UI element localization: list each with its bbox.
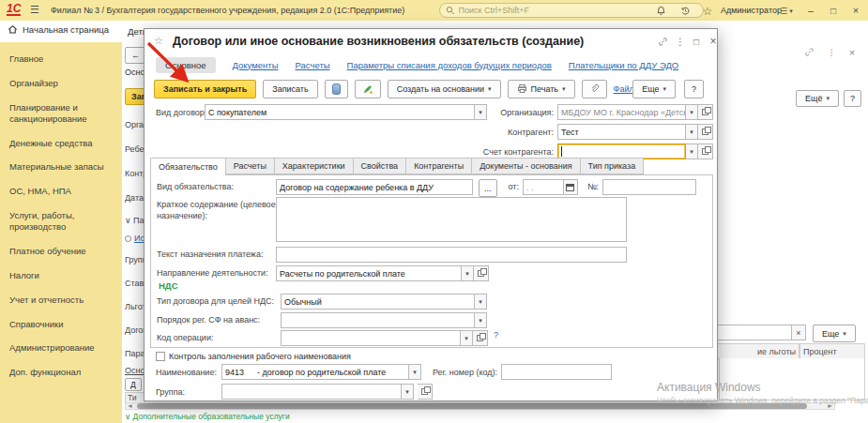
open-button[interactable] [473,330,488,346]
horizontal-scrollbar[interactable]: ◄ ► [125,402,835,410]
sidebar-item-denezhnye[interactable]: Денежные средства [0,131,122,156]
sidebar-item-nalogi[interactable]: Налоги [0,264,122,288]
sidebar-item-platnoe[interactable]: Платное обучение [0,239,122,264]
1c-logo[interactable]: 1С [7,3,21,16]
dropdown-button[interactable]: ▾ [475,312,487,328]
nav-tab-dokumenty[interactable]: Документы [233,60,279,70]
bg-history-link[interactable]: Ис [125,234,145,243]
inner-tab-kontragenty[interactable]: Контрагенты [405,158,472,174]
bg-additional-services-link[interactable]: ∨ Дополнительные образовательные услуги [125,412,290,421]
obligation-kind-input[interactable]: Договор на содержание ребенка в ДДУ [276,179,473,195]
bg-close-icon[interactable]: × [845,45,860,59]
sidebar-item-materialnye[interactable]: Материальные запасы [0,155,122,179]
inner-tab-raschety[interactable]: Расчеты [225,158,275,174]
favorite-star-icon[interactable]: ☆ [154,35,163,47]
sign-button[interactable] [355,80,381,98]
open-button[interactable] [698,124,713,140]
sidebar-item-administrirovanie[interactable]: Администрирование [0,336,122,360]
open-button[interactable] [418,384,433,400]
bg-help-button[interactable]: ? [844,90,861,107]
calendar-button[interactable] [564,179,578,195]
bg-table-more-button[interactable]: Еще▾ [813,325,856,342]
dropdown-button[interactable]: ▾ [686,144,698,159]
dropdown-button[interactable]: ▾ [462,265,474,281]
sf-order-input[interactable] [281,312,475,328]
contract-date-input[interactable]: . . [523,179,564,195]
nav-tab-parametry-spisaniya[interactable]: Параметры списания доходов будущих перио… [347,60,552,70]
dialog-help-button[interactable]: ? [684,80,704,98]
notifications-bell-icon[interactable] [653,4,668,18]
bg-column-percent[interactable]: Процент [799,343,865,359]
counterparty-combo[interactable]: Тест ▾ [557,124,713,140]
activity-direction-input[interactable]: Расчеты по родительской плате [276,265,462,281]
operation-code-help[interactable]: ? [494,330,498,340]
reg-number-input[interactable] [501,364,612,380]
create-based-on-button[interactable]: Создать на основании▾ [388,80,501,98]
organization-combo[interactable]: МБДОУ МО г. Краснодар «Детский сад № 197… [557,104,713,120]
sidebar-item-glavnoe[interactable]: Главное [0,47,122,71]
nav-tab-osnovnoe[interactable]: Основное [156,57,216,73]
bg-clear-filter-button[interactable]: × [792,325,806,340]
scrollbar-thumb[interactable] [137,403,807,409]
save-button[interactable]: Записать [263,80,317,98]
sidebar-item-spravochniki[interactable]: Справочники [0,312,122,337]
dialog-close-icon[interactable]: × [706,35,721,48]
dropdown-button[interactable]: ▾ [402,384,414,400]
open-button[interactable] [474,265,489,281]
bg-link-icon[interactable] [801,45,816,59]
dropdown-button[interactable]: ▾ [409,364,421,380]
bg-tab-osnovnoe[interactable]: Осно [125,68,145,77]
vat-type-input[interactable]: Обычный [281,294,475,310]
dialog-more-button[interactable]: Еще▾ [632,80,676,98]
home-tab[interactable]: Начальная страница [8,24,109,35]
print-button[interactable]: Печать▾ [508,80,575,98]
sidebar-item-os-nma[interactable]: ОС, НМА, НПА [0,179,122,204]
inner-tab-tip-prikaza[interactable]: Тип приказа [580,158,645,174]
contract-number-input[interactable] [602,179,696,195]
attachments-button[interactable] [582,80,607,98]
dropdown-button[interactable]: ▾ [686,124,698,140]
dialog-maximize-icon[interactable]: □ [689,35,704,48]
sidebar-item-uchet[interactable]: Учет и отчетность [0,288,122,312]
dialog-kebab-icon[interactable]: ⋮ [673,35,688,48]
inner-tab-dokumenty-osnovaniya[interactable]: Документы - основания [471,158,580,174]
inner-tab-obyazatelstvo[interactable]: Обязательство [150,158,226,175]
nav-tab-raschety[interactable]: Расчеты [296,60,330,70]
open-button[interactable] [698,104,713,120]
bg-link-osnovanie[interactable]: Осно [125,366,145,375]
save-and-close-button[interactable]: Записать и закрыть [154,80,256,98]
nav-tab-platelshchiki[interactable]: Плательщики по ДДУ ЭДО [569,60,678,70]
control-name-checkbox[interactable] [156,352,165,361]
choose-button[interactable]: ... [479,179,497,197]
bg-table-body[interactable] [719,358,865,400]
history-icon[interactable] [678,4,693,18]
get-link-icon[interactable] [655,35,670,48]
bg-add-button[interactable]: Д [125,378,142,391]
sidebar-item-organayzer[interactable]: Органайзер [0,71,122,96]
open-button[interactable] [698,144,713,159]
sidebar-item-dop-funkcional[interactable]: Доп. функционал [0,360,122,385]
summary-textarea[interactable] [276,197,627,242]
bg-more-button[interactable]: Ещё▾ [796,90,839,107]
dropdown-button[interactable]: ▾ [475,294,487,310]
service-menu-icon[interactable]: ☰▾ [779,4,794,18]
payment-purpose-input[interactable] [276,247,627,263]
inner-tab-svoystva[interactable]: Свойства [353,158,407,174]
restore-button[interactable]: □ [826,3,841,18]
sidebar-item-planirovanie[interactable]: Планирование и санкционирование [0,96,122,131]
close-app-button[interactable]: × [848,3,863,18]
name-input[interactable]: 9413 - договор по родительской плате [221,364,409,380]
bg-kebab-icon[interactable]: ⋮ [824,45,839,59]
dropdown-button[interactable]: ▾ [461,330,473,346]
operation-code-input[interactable] [281,330,461,346]
minimize-button[interactable]: – [803,3,818,18]
favorites-star-icon[interactable]: ☆ [700,4,715,18]
inner-tab-kharakteristiki[interactable]: Характеристики [274,158,354,174]
current-user[interactable]: Администратор [721,6,782,15]
sidebar-item-uslugi[interactable]: Услуги, работы, производство [0,204,122,239]
dropdown-button[interactable]: ▾ [686,104,698,120]
reread-button[interactable] [325,80,348,98]
contract-type-combo[interactable]: С покупателем ▾ [205,104,487,120]
group-input[interactable] [221,384,402,400]
main-menu-icon[interactable]: ☰ [30,4,39,16]
